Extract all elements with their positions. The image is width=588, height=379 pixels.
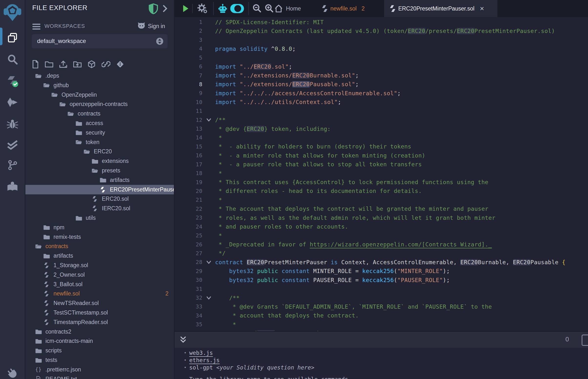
fold-chevron-icon[interactable] (206, 295, 212, 301)
terminal-entry[interactable]: •web3.js (189, 350, 213, 356)
tree-item-remix-tests[interactable]: remix-tests (25, 232, 174, 242)
folder-closed-icon (92, 158, 98, 164)
tree-item--prettierrc-json[interactable]: {}.prettierrc.json (25, 365, 174, 374)
upload-folder-icon[interactable] (73, 61, 82, 68)
sidebar-item-unit-testing[interactable] (0, 138, 25, 152)
run-script-button[interactable] (182, 0, 189, 17)
terminal-link[interactable]: web3.js (189, 350, 213, 356)
terminal-listen-count: 0 (566, 335, 569, 343)
github-sign-in[interactable]: Sign in (137, 22, 165, 30)
tree-item-scripts[interactable]: scripts (25, 346, 174, 355)
chevron-right-icon[interactable] (161, 4, 169, 14)
tab-newfile-sol[interactable]: newfile.sol 2 (316, 0, 385, 17)
text-file-icon (36, 376, 41, 379)
tree-item-label: 3_Ballot.sol (53, 281, 82, 288)
git-clone-icon[interactable] (116, 60, 124, 68)
terminal-entry[interactable]: •ethers.js (189, 357, 220, 363)
zoom-in-button[interactable] (264, 0, 274, 17)
fold-chevron-icon[interactable] (206, 259, 212, 266)
code-editor[interactable]: 1// SPDX-License-Identifier: MIT2// Open… (175, 17, 588, 331)
tree-item-2-owner-sol[interactable]: 2_Owner.sol (25, 270, 174, 280)
line-number: 30 (175, 277, 202, 283)
tree-item-contracts[interactable]: contracts (25, 109, 174, 118)
tree-item-1-storage-sol[interactable]: 1_Storage.sol (25, 261, 174, 270)
tree-item-erc20-sol[interactable]: ERC20.sol (25, 194, 174, 204)
cube-icon[interactable] (87, 60, 96, 68)
tree-item-security[interactable]: security (25, 128, 174, 138)
folder-closed-icon (76, 215, 82, 221)
trust-shield-icon[interactable] (148, 3, 158, 15)
ai-toggle[interactable] (230, 0, 245, 17)
tree-item-timestampreader-sol[interactable]: TimestampReader.sol (25, 317, 174, 327)
zoom-in-icon (264, 4, 274, 13)
close-tab-icon[interactable]: × (480, 5, 484, 12)
select-updown-icon (156, 37, 164, 46)
tree-item-3-ballot-sol[interactable]: 3_Ballot.sol (25, 280, 174, 289)
tree-item-testsctimestamp-sol[interactable]: TestSCTimestamp.sol (25, 308, 174, 317)
tree-item-label: remix-tests (53, 234, 81, 240)
tree-item-erc20presetminterpauser-[interactable]: ERC20PresetMinterPauser... (25, 185, 174, 194)
tree-item-label: README.txt (46, 376, 77, 379)
tree-item-contracts2[interactable]: contracts2 (25, 327, 174, 336)
sidebar-item-solidity-compiler[interactable] (0, 75, 25, 88)
tree-item-tests[interactable]: tests (25, 355, 174, 365)
tree-item-label: .prettierrc.json (46, 366, 81, 373)
terminal-link[interactable]: ethers.js (189, 357, 220, 363)
sidebar-item-deploy-and-run[interactable] (0, 95, 25, 109)
tab-erc20-preset-minter-pauser[interactable]: ERC20PresetMinterPauser.sol × (384, 0, 497, 17)
toggle-on-icon (230, 4, 245, 14)
line-number: 21 (175, 197, 202, 203)
sidebar-item-debugger[interactable] (0, 117, 25, 131)
tree-item-access[interactable]: access (25, 118, 174, 128)
remix-logo[interactable] (0, 2, 25, 21)
home-tab[interactable]: Home (274, 0, 301, 17)
workspace-select[interactable]: default_workspace (32, 34, 168, 48)
solidity-file-icon (44, 281, 49, 287)
code-line-28: 28contract ERC20PresetMinterPauser is Co… (175, 258, 588, 267)
folder-open-icon (83, 149, 90, 154)
tree-item-readme-txt[interactable]: README.txt (25, 374, 174, 379)
sidebar-item-search[interactable] (0, 53, 25, 66)
code-line-25: 25 * (175, 231, 588, 240)
tree-item-token[interactable]: token (25, 138, 174, 147)
sidebar-item-learneth[interactable] (0, 179, 25, 193)
tree-item-newtsreader-sol[interactable]: NewTSReader.sol (25, 299, 174, 308)
tree-item-extensions[interactable]: extensions (25, 156, 174, 166)
sidebar-item-plugin-manager[interactable] (0, 368, 25, 379)
tree-item-utils[interactable]: utils (25, 213, 174, 223)
tree-item-artifacts[interactable]: artifacts (25, 175, 174, 185)
folder-open-icon (43, 82, 50, 88)
compile-settings-button[interactable] (197, 0, 208, 17)
sidebar-item-git[interactable] (0, 158, 25, 172)
zoom-out-button[interactable] (252, 0, 262, 17)
tree-item-contracts[interactable]: contracts (25, 241, 174, 251)
tree-item-github[interactable]: github (25, 80, 174, 90)
fold-chevron-icon[interactable] (206, 117, 212, 123)
tree-item-openzeppelin[interactable]: OpenZeppelin (25, 90, 174, 100)
terminal-collapse-icon[interactable] (180, 335, 187, 345)
tab-label: ERC20PresetMinterPauser.sol (398, 5, 474, 12)
solidity-file-icon (44, 310, 49, 316)
tree-item--deps[interactable]: .deps (25, 71, 174, 80)
tree-item-icm-contracts-main[interactable]: icm-contracts-main (25, 336, 174, 346)
tree-item-artifacts[interactable]: artifacts (25, 251, 174, 261)
tree-item-ierc20-sol[interactable]: IERC20.sol (25, 204, 174, 213)
tree-item-openzeppelin-contracts[interactable]: openzeppelin-contracts (25, 99, 174, 109)
terminal-checkbox-partial[interactable] (582, 334, 588, 346)
line-number: 26 (175, 241, 202, 248)
code-line-7: 7import "../extensions/ERC20Burnable.sol… (175, 71, 588, 80)
link-icon[interactable] (102, 60, 110, 68)
sidebar-item-file-explorer[interactable] (0, 31, 25, 45)
tree-item-npm[interactable]: npm (25, 223, 174, 232)
code-line-21: 21 * (175, 195, 588, 205)
code-line-16: 16 * - a minter role that allows for tok… (175, 151, 588, 160)
upload-file-icon[interactable] (59, 60, 67, 68)
workspaces-menu-icon[interactable] (32, 23, 41, 31)
line-number: 7 (175, 73, 202, 79)
tree-item-newfile-sol[interactable]: newfile.sol2 (25, 289, 174, 299)
ai-assistant-button[interactable] (218, 0, 227, 17)
new-file-icon[interactable] (32, 60, 39, 68)
tree-item-presets[interactable]: presets (25, 166, 174, 175)
new-folder-icon[interactable] (45, 61, 53, 68)
tree-item-erc20[interactable]: ERC20 (25, 147, 174, 156)
